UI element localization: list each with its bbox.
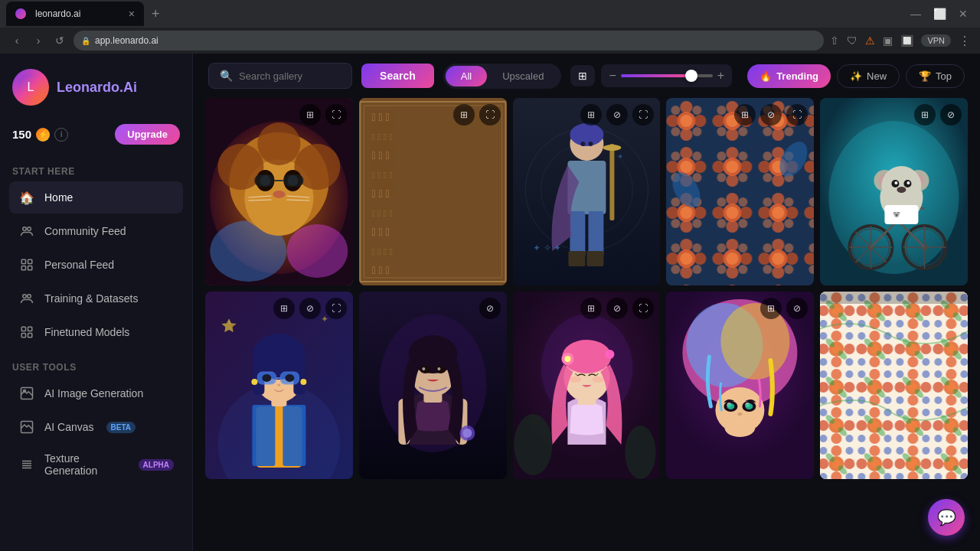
grid-size-slider[interactable] (621, 74, 713, 77)
info-icon[interactable]: i (54, 128, 68, 142)
image-9-expand-icon[interactable]: ⊞ (760, 298, 782, 319)
gallery-image-2[interactable]: 𓀀 𓁀 𓂀 𓃀 𓄀 𓅀 𓆀 𓇀 𓈀 𓉀 𓊀 𓋀 𓌀 𓍀 𓎀 𓏀 𓐀 𓑀 𓒀 𓓀 … (359, 98, 507, 285)
image-8-expand-icon[interactable]: ⊞ (580, 298, 602, 319)
sidebar-toggle-icon[interactable]: ▣ (883, 34, 893, 47)
warning-icon[interactable]: ⚠ (865, 34, 875, 47)
gallery-image-6[interactable]: ⭐ ✦ ⊞ ⊘ ⛶ (205, 292, 353, 479)
maximize-icon[interactable]: ⬜ (933, 8, 946, 20)
image-5-expand-icon[interactable]: ⊞ (914, 104, 936, 126)
minimize-icon[interactable]: — (910, 8, 921, 20)
search-button[interactable]: Search (361, 64, 434, 88)
svg-rect-115 (252, 405, 275, 466)
vpn-badge: VPN (921, 34, 951, 47)
image-2-fullscreen-icon[interactable]: ⛶ (479, 104, 501, 126)
image-7-slash-icon[interactable]: ⊘ (479, 298, 501, 319)
top-button[interactable]: 🏆 Top (906, 64, 965, 88)
sidebar-item-texture[interactable]: Texture Generation ALPHA (9, 445, 183, 484)
sidebar-item-ai-canvas[interactable]: AI Canvas BETA (9, 411, 183, 443)
image-1-fullscreen-icon[interactable]: ⛶ (325, 104, 347, 126)
upgrade-button[interactable]: Upgrade (115, 124, 180, 145)
image-9-slash-icon[interactable]: ⊘ (786, 298, 808, 319)
image-3-slash-icon[interactable]: ⊘ (606, 104, 628, 126)
svg-point-63 (603, 145, 621, 151)
zoom-in-button[interactable]: + (717, 69, 724, 83)
forward-button[interactable]: › (31, 33, 46, 48)
gallery-image-9[interactable]: ⊞ ⊘ (666, 292, 814, 479)
content-area: 🔍 Search All Upscaled ⊞ − + (193, 54, 980, 551)
svg-text:🐨: 🐨 (893, 210, 901, 218)
image-3-fullscreen-icon[interactable]: ⛶ (632, 104, 654, 126)
svg-point-156 (605, 350, 614, 359)
shield-icon[interactable]: 🛡 (847, 34, 858, 47)
lock-icon: 🔒 (81, 37, 90, 45)
image-4-slash-icon[interactable]: ⊘ (760, 104, 782, 126)
top-icon: 🏆 (919, 70, 931, 82)
finetuned-icon (18, 324, 35, 341)
ai-image-label: AI Image Generation (44, 387, 143, 399)
trending-button[interactable]: 🔥 Trending (747, 64, 831, 88)
gallery-image-5[interactable]: 🐨 ⊞ ⊘ (820, 98, 968, 285)
menu-icon[interactable]: ⋮ (959, 34, 971, 48)
image-3-overlay: ⊞ ⊘ ⛶ (513, 98, 661, 132)
personal-icon (18, 256, 35, 273)
token-row: 150 ⚡ i Upgrade (9, 124, 183, 145)
sidebar-item-finetuned[interactable]: Finetuned Models (9, 316, 183, 348)
svg-rect-30 (254, 174, 274, 187)
chat-widget[interactable]: 💬 (928, 499, 965, 536)
sidebar-item-training[interactable]: Training & Datasets (9, 282, 183, 315)
gallery-image-10[interactable] (820, 292, 968, 479)
new-tab-button[interactable]: + (147, 6, 165, 22)
svg-rect-31 (283, 174, 303, 187)
image-4-expand-icon[interactable]: ⊞ (734, 104, 756, 126)
ai-canvas-icon (18, 419, 35, 435)
svg-point-129 (251, 379, 257, 385)
filter-upscaled-tab[interactable]: Upscaled (487, 66, 559, 86)
sidebar-item-home[interactable]: 🏠 Home (9, 181, 183, 214)
filter-all-tab[interactable]: All (446, 66, 487, 86)
gallery-image-1[interactable]: ⊞ ⛶ (205, 98, 353, 285)
image-3-expand-icon[interactable]: ⊞ (580, 104, 602, 126)
masonry-grid: ⊞ ⛶ 𓀀 𓁀 𓂀 𓃀 𓄀 𓅀 𓆀 � (205, 98, 968, 479)
svg-rect-10 (21, 327, 25, 331)
extensions-icon[interactable]: 🔲 (900, 34, 913, 47)
image-6-fullscreen-icon[interactable]: ⛶ (325, 298, 347, 319)
gallery-image-3[interactable]: ✦ ✧ ✦ ✦ ⊞ ⊘ ⛶ (513, 98, 661, 285)
image-6-slash-icon[interactable]: ⊘ (299, 298, 321, 319)
close-window-icon[interactable]: ✕ (959, 8, 968, 20)
image-4-fullscreen-icon[interactable]: ⛶ (786, 104, 808, 126)
share-icon[interactable]: ⇧ (830, 34, 839, 47)
home-icon: 🏠 (18, 189, 35, 206)
new-button[interactable]: ✨ New (837, 64, 900, 88)
back-button[interactable]: ‹ (9, 33, 24, 48)
sidebar-item-personal[interactable]: Personal Feed (9, 249, 183, 281)
tab-title: leonardo.ai (35, 8, 80, 19)
address-bar[interactable]: 🔒 app.leonardo.ai (74, 31, 824, 51)
trending-icon: 🔥 (760, 70, 772, 82)
browser-controls: ‹ › ↺ 🔒 app.leonardo.ai ⇧ 🛡 ⚠ ▣ 🔲 VPN ⋮ (0, 28, 980, 54)
sidebar-item-ai-image[interactable]: AI Image Generation (9, 377, 183, 409)
gallery-image-4[interactable]: ⊞ ⊘ ⛶ (666, 98, 814, 285)
active-tab[interactable]: leonardo.ai × (6, 2, 144, 26)
image-2-expand-icon[interactable]: ⊞ (453, 104, 475, 126)
grid-view-button[interactable]: ⊞ (578, 70, 587, 82)
sidebar-item-community[interactable]: Community Feed (9, 215, 183, 247)
training-label: Training & Datasets (44, 292, 138, 305)
texture-icon (18, 456, 35, 473)
image-6-expand-icon[interactable]: ⊞ (273, 298, 295, 319)
image-1-expand-icon[interactable]: ⊞ (299, 104, 321, 126)
svg-text:𓇀 𓈀 𓉀: 𓇀 𓈀 𓉀 (371, 149, 389, 161)
tab-favicon (15, 8, 26, 19)
refresh-button[interactable]: ↺ (52, 33, 67, 48)
image-8-slash-icon[interactable]: ⊘ (606, 298, 628, 319)
gallery-image-8[interactable]: ⊞ ⊘ ⛶ (513, 292, 661, 479)
svg-rect-11 (28, 327, 32, 331)
zoom-out-button[interactable]: − (609, 69, 616, 83)
app-layout: L Leonardo.Ai 150 ⚡ i Upgrade Start Here… (0, 54, 980, 551)
svg-text:𓃀 𓄀 𓅀 𓆀: 𓃀 𓄀 𓅀 𓆀 (371, 132, 393, 142)
tab-close-button[interactable]: × (129, 8, 135, 20)
gallery-image-7[interactable]: ⊘ (359, 292, 507, 479)
image-5-slash-icon[interactable]: ⊘ (940, 104, 962, 126)
svg-point-141 (410, 339, 456, 364)
image-8-fullscreen-icon[interactable]: ⛶ (632, 298, 654, 319)
search-input[interactable] (239, 70, 341, 82)
